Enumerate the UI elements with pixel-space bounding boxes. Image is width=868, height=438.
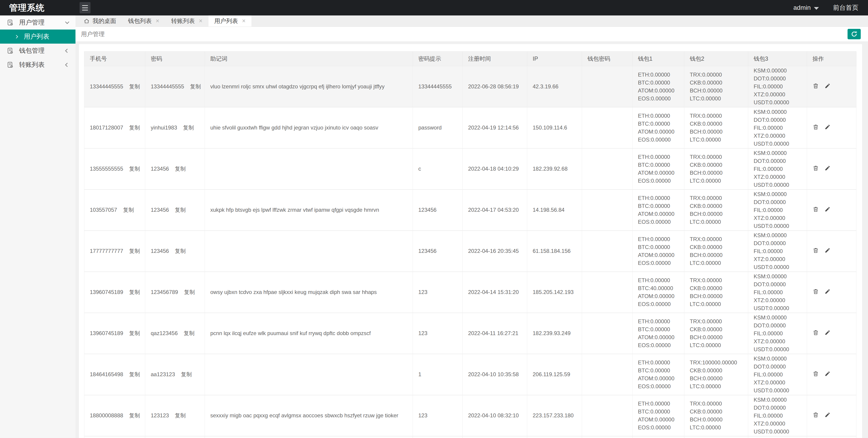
menu-toggle-button[interactable] — [80, 2, 91, 13]
password-hint-cell: 123 — [413, 313, 463, 354]
wallet2-cell: TRX:0.00000CKB:0.00000BCH:0.00000LTC:0.0… — [684, 313, 748, 354]
copy-phone-button[interactable]: 复制 — [129, 83, 140, 90]
wallet3-cell: KSM:0.00000DOT:0.00000FIL:0.00000XTZ:0.0… — [748, 313, 807, 354]
wallet2-cell: TRX:0.00000CKB:0.00000BCH:0.00000LTC:0.0… — [684, 66, 748, 107]
ip-cell: 185.205.142.193 — [527, 272, 582, 313]
sidebar-item-user-management[interactable]: 用户管理 — [0, 15, 75, 30]
copy-password-button[interactable]: 复制 — [184, 330, 195, 336]
delete-icon[interactable] — [812, 412, 819, 419]
sidebar-item-transfer-list[interactable]: 转账列表 — [0, 58, 75, 72]
col-register-time: 注册时间 — [463, 52, 527, 66]
copy-password-button[interactable]: 复制 — [181, 371, 192, 377]
copy-phone-button[interactable]: 复制 — [129, 330, 140, 336]
delete-icon[interactable] — [812, 206, 819, 214]
col-wallet3: 钱包3 — [748, 52, 807, 66]
close-tab-icon[interactable]: × — [156, 18, 159, 24]
wallet3-cell: KSM:0.00000DOT:0.00000FIL:0.00000XTZ:0.0… — [748, 272, 807, 313]
phone-value: 18017128007 — [90, 125, 123, 131]
copy-phone-button[interactable]: 复制 — [129, 125, 140, 131]
password-cell: 123456复制 — [145, 190, 205, 231]
username: admin — [794, 4, 811, 11]
password-value: 123456 — [151, 207, 169, 213]
document-icon — [7, 47, 13, 54]
sidebar: 用户管理 用户列表 钱包管理 转账列表 — [0, 15, 75, 438]
edit-icon[interactable] — [825, 124, 831, 131]
actions-cell — [807, 148, 857, 190]
delete-icon[interactable] — [812, 124, 819, 132]
col-password: 密码 — [145, 52, 205, 66]
copy-phone-button[interactable]: 复制 — [129, 412, 140, 418]
edit-icon[interactable] — [825, 83, 831, 90]
edit-icon[interactable] — [825, 206, 831, 213]
copy-password-button[interactable]: 复制 — [175, 412, 186, 418]
tab-my-desktop[interactable]: 我的桌面 — [78, 15, 122, 27]
phone-cell: 18464165498复制 — [84, 354, 145, 395]
hamburger-icon — [82, 5, 88, 6]
sidebar-item-user-list[interactable]: 用户列表 — [0, 30, 75, 44]
edit-icon[interactable] — [825, 330, 831, 337]
wallet-password-cell — [582, 66, 632, 107]
register-time-cell: 2022-04-10 10:35:58 — [463, 354, 527, 395]
edit-icon[interactable] — [825, 412, 831, 419]
delete-icon[interactable] — [812, 288, 819, 296]
delete-icon[interactable] — [812, 165, 819, 173]
table-row: 13344445555复制 13344445555复制 vluo lzenmri… — [84, 66, 857, 107]
actions-cell — [807, 107, 857, 148]
refresh-button[interactable] — [847, 29, 861, 39]
col-wallet2: 钱包2 — [684, 52, 748, 66]
user-menu[interactable]: admin — [794, 4, 819, 11]
sidebar-item-label: 钱包管理 — [19, 46, 44, 55]
tab-label: 用户列表 — [214, 17, 238, 25]
wallet-password-cell — [582, 148, 632, 190]
close-tab-icon[interactable]: × — [199, 18, 203, 24]
actions-cell — [807, 313, 857, 354]
mnemonic-cell — [205, 436, 413, 438]
copy-password-button[interactable]: 复制 — [190, 83, 201, 90]
password-value: 123456789 — [151, 289, 178, 295]
delete-icon[interactable] — [812, 247, 819, 255]
delete-icon[interactable] — [812, 329, 819, 337]
password-cell: 123456789复制 — [145, 272, 205, 313]
edit-icon[interactable] — [825, 289, 831, 296]
table-row: 13960745189复制 qaz123456复制 pcnn lqx ilcqj… — [84, 313, 857, 354]
tab-wallet-list[interactable]: 钱包列表 × — [122, 15, 165, 27]
ip-cell: 42.3.19.66 — [527, 66, 582, 107]
phone-cell: 17777777777复制 — [84, 231, 145, 272]
main-area: 我的桌面 钱包列表 × 转账列表 × 用户列表 × 用户管理 — [75, 15, 868, 438]
edit-icon[interactable] — [825, 165, 831, 172]
phone-value: 17777777777 — [90, 248, 123, 254]
copy-phone-button[interactable]: 复制 — [123, 207, 134, 213]
sidebar-item-wallet-management[interactable]: 钱包管理 — [0, 44, 75, 58]
copy-phone-button[interactable]: 复制 — [129, 248, 140, 254]
wallet3-cell: KSM:0.00000DOT:0.00000FIL:0.00000XTZ:0.0… — [748, 107, 807, 148]
close-tab-icon[interactable]: × — [242, 18, 246, 24]
actions-cell — [807, 354, 857, 395]
copy-password-button[interactable]: 复制 — [175, 207, 186, 213]
delete-icon[interactable] — [812, 371, 819, 378]
phone-cell: 18800008888复制 — [84, 395, 145, 436]
tab-bar: 我的桌面 钱包列表 × 转账列表 × 用户列表 × — [75, 15, 868, 27]
phone-cell: 13960745189复制 — [84, 272, 145, 313]
delete-icon[interactable] — [812, 83, 819, 91]
copy-password-button[interactable]: 复制 — [175, 166, 186, 172]
copy-phone-button[interactable]: 复制 — [129, 289, 140, 295]
content-area: 手机号 密码 助记词 密码提示 注册时间 IP 钱包密码 钱包1 钱包2 钱包3… — [75, 41, 868, 438]
password-cell: yinhui1983复制 — [145, 107, 205, 148]
ip-cell: 206.119.125.59 — [527, 354, 582, 395]
copy-password-button[interactable]: 复制 — [175, 248, 186, 254]
wallet2-cell: TRX:0.00000CKB:0.00000BCH:0.00000LTC:0.0… — [684, 148, 748, 190]
copy-phone-button[interactable]: 复制 — [129, 166, 140, 172]
edit-icon[interactable] — [825, 247, 831, 255]
edit-icon[interactable] — [825, 371, 831, 378]
wallet3-cell: KSM:0.00000 — [748, 436, 807, 438]
tab-transfer-list[interactable]: 转账列表 × — [165, 15, 209, 27]
actions-cell — [807, 272, 857, 313]
ip-cell — [527, 436, 582, 438]
password-cell: 123123复制 — [145, 395, 205, 436]
copy-password-button[interactable]: 复制 — [183, 125, 194, 131]
tab-user-list[interactable]: 用户列表 × — [209, 15, 252, 27]
frontend-home-link[interactable]: 前台首页 — [833, 3, 859, 12]
copy-password-button[interactable]: 复制 — [184, 289, 195, 295]
copy-phone-button[interactable]: 复制 — [129, 371, 140, 377]
col-wallet1: 钱包1 — [632, 52, 684, 66]
